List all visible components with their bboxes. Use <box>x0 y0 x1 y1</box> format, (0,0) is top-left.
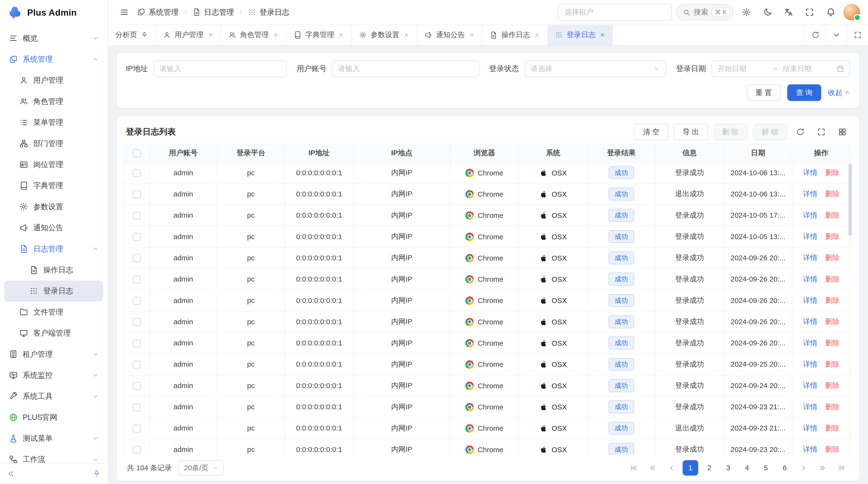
tab[interactable]: 用户管理 <box>156 25 221 45</box>
delete-link[interactable]: 删除 <box>825 381 840 389</box>
sidebar-item[interactable]: 岗位管理 <box>4 154 103 175</box>
refresh-tab-icon[interactable] <box>805 25 826 45</box>
sidebar-item[interactable]: 日志管理 <box>4 238 103 259</box>
select-all-checkbox[interactable] <box>133 150 141 157</box>
ip-input[interactable] <box>154 61 287 77</box>
export-button[interactable]: 导 出 <box>674 124 708 140</box>
content-fullscreen-icon[interactable] <box>847 25 868 45</box>
sidebar-item[interactable]: 系统工具 <box>4 386 103 407</box>
sidebar-item[interactable]: 系统管理 <box>4 49 103 70</box>
delete-link[interactable]: 删除 <box>825 296 840 304</box>
last-page-button[interactable] <box>834 460 849 476</box>
detail-link[interactable]: 详情 <box>803 296 817 304</box>
sidebar-item[interactable]: 参数设置 <box>4 196 103 217</box>
first-page-button[interactable] <box>626 460 642 476</box>
detail-link[interactable]: 详情 <box>803 403 817 411</box>
sidebar-item[interactable]: 工作流 <box>4 449 103 463</box>
sidebar-item[interactable]: 测试菜单 <box>4 428 103 449</box>
delete-link[interactable]: 删除 <box>825 254 840 261</box>
close-icon[interactable] <box>403 32 409 38</box>
tenant-select[interactable]: 选择租户 <box>558 4 672 21</box>
pin-icon[interactable] <box>141 31 148 39</box>
avatar[interactable] <box>843 4 860 21</box>
collapse-filters-link[interactable]: 收起 <box>828 88 850 98</box>
detail-link[interactable]: 详情 <box>803 232 817 240</box>
sidebar-item[interactable]: 系统监控 <box>4 365 103 386</box>
close-icon[interactable] <box>534 32 540 38</box>
refresh-table-icon[interactable] <box>793 124 808 139</box>
table-scrollbar[interactable] <box>848 144 852 455</box>
row-checkbox[interactable] <box>133 276 141 284</box>
delete-button[interactable]: 删 除 <box>713 124 747 140</box>
row-checkbox[interactable] <box>133 190 141 198</box>
prev-pages-button[interactable] <box>645 460 660 476</box>
close-icon[interactable] <box>273 32 279 38</box>
tab[interactable]: 通知公告 <box>417 25 483 45</box>
page-button[interactable]: 6 <box>777 460 792 476</box>
tab[interactable]: 操作日志 <box>483 25 548 45</box>
unlock-button[interactable]: 解 锁 <box>753 124 787 140</box>
delete-link[interactable]: 删除 <box>825 317 840 325</box>
tab[interactable]: 字典管理 <box>286 25 352 45</box>
fullscreen-icon[interactable] <box>802 4 818 21</box>
detail-link[interactable]: 详情 <box>803 317 817 325</box>
sidebar-item[interactable]: 客户端管理 <box>4 323 103 344</box>
row-checkbox[interactable] <box>133 169 141 177</box>
sidebar-item[interactable]: 通知公告 <box>4 218 103 238</box>
detail-link[interactable]: 详情 <box>803 254 817 261</box>
clear-button[interactable]: 清 空 <box>634 124 668 140</box>
next-pages-button[interactable] <box>815 460 830 476</box>
prev-page-button[interactable] <box>664 460 679 476</box>
row-checkbox[interactable] <box>133 212 141 220</box>
sidebar-item[interactable]: 登录日志 <box>4 281 103 301</box>
sidebar-item[interactable]: 角色管理 <box>4 91 103 112</box>
column-settings-icon[interactable] <box>835 124 850 139</box>
collapse-sidebar-button[interactable] <box>7 470 15 478</box>
detail-link[interactable]: 详情 <box>803 339 817 347</box>
row-checkbox[interactable] <box>133 404 141 411</box>
row-checkbox[interactable] <box>133 340 141 347</box>
tab-menu-chevron-down-icon[interactable] <box>826 25 847 45</box>
query-button[interactable]: 查 询 <box>787 84 821 101</box>
sidebar-item[interactable]: 菜单管理 <box>4 112 103 133</box>
sidebar-item[interactable]: 概览 <box>4 28 103 49</box>
sidebar-item[interactable]: 部门管理 <box>4 133 103 154</box>
row-checkbox[interactable] <box>133 446 141 454</box>
row-checkbox[interactable] <box>133 233 141 241</box>
detail-link[interactable]: 详情 <box>803 445 817 453</box>
delete-link[interactable]: 删除 <box>825 211 840 219</box>
app-logo[interactable]: Plus Admin <box>0 0 108 26</box>
detail-link[interactable]: 详情 <box>803 211 817 219</box>
detail-link[interactable]: 详情 <box>803 424 817 432</box>
hamburger-menu-icon[interactable] <box>116 4 133 21</box>
tab[interactable]: 角色管理 <box>221 25 286 45</box>
translate-icon[interactable] <box>780 4 797 21</box>
sidebar-item[interactable]: PLUS官网 <box>4 407 103 428</box>
breadcrumb-item[interactable]: 日志管理 <box>192 7 234 18</box>
detail-link[interactable]: 详情 <box>803 275 817 283</box>
page-button[interactable]: 2 <box>702 460 717 476</box>
detail-link[interactable]: 详情 <box>803 360 817 368</box>
sidebar-item[interactable]: 租户管理 <box>4 344 103 365</box>
delete-link[interactable]: 删除 <box>825 339 840 347</box>
delete-link[interactable]: 删除 <box>825 275 840 283</box>
row-checkbox[interactable] <box>133 254 141 262</box>
page-button[interactable]: 5 <box>758 460 774 476</box>
page-size-select[interactable]: 20条/页 <box>179 460 224 476</box>
close-icon[interactable] <box>599 32 606 38</box>
row-checkbox[interactable] <box>133 382 141 390</box>
delete-link[interactable]: 删除 <box>825 232 840 240</box>
delete-link[interactable]: 删除 <box>825 190 840 198</box>
delete-link[interactable]: 删除 <box>825 360 840 368</box>
detail-link[interactable]: 详情 <box>803 190 817 198</box>
settings-gear-icon[interactable] <box>738 4 755 21</box>
notifications-bell-icon[interactable] <box>823 4 839 21</box>
dark-mode-moon-icon[interactable] <box>759 4 776 21</box>
page-button[interactable]: 4 <box>739 460 755 476</box>
search-button[interactable]: 搜索 ⌘ K <box>676 4 734 21</box>
row-checkbox[interactable] <box>133 361 141 368</box>
pin-sidebar-button[interactable] <box>93 470 101 478</box>
sidebar-item[interactable]: 字典管理 <box>4 175 103 196</box>
status-select[interactable]: 请选择 <box>525 61 666 77</box>
row-checkbox[interactable] <box>133 425 141 432</box>
